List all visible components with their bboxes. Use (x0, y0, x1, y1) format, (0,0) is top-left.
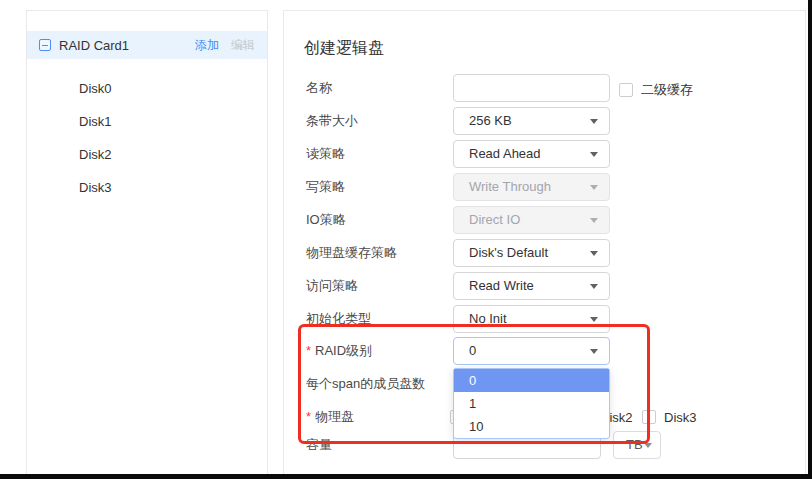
raid-tree-panel: RAID Card1 添加 编辑 Disk0 Disk1 Disk2 Disk3 (26, 10, 268, 475)
stripe-size-select[interactable]: 256 KB (453, 107, 610, 135)
access-policy-label: 访问策略 (306, 272, 358, 300)
init-type-value: No Init (469, 311, 507, 326)
chevron-down-icon (590, 251, 598, 256)
write-policy-select: Write Through (453, 173, 610, 201)
write-policy-value: Write Through (469, 179, 551, 194)
chevron-down-icon (590, 317, 598, 322)
disk-cache-policy-label: 物理盘缓存策略 (306, 239, 397, 267)
read-policy-label: 读策略 (306, 140, 345, 168)
secondary-cache-group: 二级缓存 (619, 81, 693, 99)
init-type-select[interactable]: No Init (453, 305, 610, 333)
disk3-label: Disk3 (664, 410, 697, 425)
row-disk-cache-policy: 物理盘缓存策略 Disk's Default (284, 239, 805, 267)
add-link[interactable]: 添加 (195, 37, 219, 54)
raid-level-value: 0 (469, 343, 476, 358)
screenshot-border-bottom (0, 474, 812, 479)
write-policy-label: 写策略 (306, 173, 345, 201)
access-policy-value: Read Write (469, 278, 534, 293)
chevron-down-icon (590, 152, 598, 157)
init-type-label: 初始化类型 (306, 305, 371, 333)
read-policy-select[interactable]: Read Ahead (453, 140, 610, 168)
io-policy-label: IO策略 (306, 206, 346, 234)
capacity-unit-value: TB (626, 437, 643, 452)
raid-level-dropdown: 0 1 10 (453, 368, 610, 439)
raid-level-label: *RAID级别 (306, 337, 372, 365)
raid-level-select[interactable]: 0 (453, 337, 610, 365)
io-policy-value: Direct IO (469, 212, 520, 227)
physical-disks-label: *物理盘 (306, 403, 354, 431)
stripe-size-value: 256 KB (469, 113, 512, 128)
required-asterisk: * (306, 409, 311, 424)
sidebar-item-disk1[interactable]: Disk1 (27, 105, 267, 138)
sidebar-item-disk3[interactable]: Disk3 (27, 171, 267, 204)
raid-level-option-1[interactable]: 1 (454, 392, 609, 415)
chevron-down-icon (590, 218, 598, 223)
chevron-down-icon (590, 185, 598, 190)
edit-link[interactable]: 编辑 (231, 37, 255, 54)
chevron-down-icon (644, 443, 652, 448)
row-name: 名称 二级缓存 (284, 74, 805, 102)
row-io-policy: IO策略 Direct IO (284, 206, 805, 234)
raid-level-option-0[interactable]: 0 (454, 369, 609, 392)
physical-disk3-option[interactable]: Disk3 (642, 403, 697, 431)
disk-cache-policy-value: Disk's Default (469, 245, 548, 260)
create-logical-disk-panel: 创建逻辑盘 名称 二级缓存 条带大小 256 KB 读策略 Read Ahead (283, 10, 806, 475)
required-asterisk: * (306, 343, 311, 358)
capacity-label: 容量 (306, 431, 332, 459)
raid-config-page: RAID Card1 添加 编辑 Disk0 Disk1 Disk2 Disk3… (0, 0, 812, 479)
capacity-unit-select[interactable]: TB (613, 431, 661, 459)
row-access-policy: 访问策略 Read Write (284, 272, 805, 300)
disk3-checkbox[interactable] (642, 410, 656, 424)
secondary-cache-label: 二级缓存 (641, 81, 693, 99)
screenshot-border-right (808, 0, 812, 479)
span-members-label: 每个span的成员盘数 (306, 370, 425, 398)
row-stripe-size: 条带大小 256 KB (284, 107, 805, 135)
row-init-type: 初始化类型 No Init (284, 305, 805, 333)
stripe-size-label: 条带大小 (306, 107, 358, 135)
secondary-cache-checkbox[interactable] (619, 83, 633, 97)
access-policy-select[interactable]: Read Write (453, 272, 610, 300)
row-write-policy: 写策略 Write Through (284, 173, 805, 201)
page-title: 创建逻辑盘 (304, 38, 384, 59)
tree-node-raid-card[interactable]: RAID Card1 添加 编辑 (27, 31, 267, 59)
tree-node-label: RAID Card1 (59, 38, 195, 53)
row-raid-level: *RAID级别 0 (284, 337, 805, 365)
sidebar-item-disk2[interactable]: Disk2 (27, 138, 267, 171)
read-policy-value: Read Ahead (469, 146, 541, 161)
row-read-policy: 读策略 Read Ahead (284, 140, 805, 168)
disk-list: Disk0 Disk1 Disk2 Disk3 (27, 72, 267, 204)
sidebar-item-disk0[interactable]: Disk0 (27, 72, 267, 105)
chevron-down-icon (590, 119, 598, 124)
disk-cache-policy-select[interactable]: Disk's Default (453, 239, 610, 267)
raid-level-option-10[interactable]: 10 (454, 415, 609, 438)
chevron-down-icon (590, 284, 598, 289)
name-input[interactable] (453, 74, 610, 102)
chevron-down-icon (590, 349, 598, 354)
name-label: 名称 (306, 74, 332, 102)
io-policy-select: Direct IO (453, 206, 610, 234)
collapse-minus-icon[interactable] (39, 39, 51, 51)
